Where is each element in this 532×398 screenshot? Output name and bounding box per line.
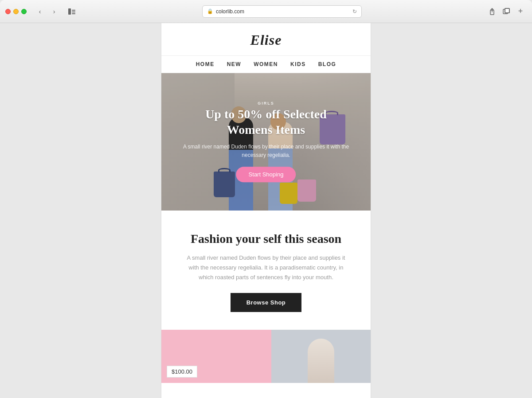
browser-navigation: ‹ › [34,5,60,18]
close-button[interactable] [5,9,11,14]
svg-rect-1 [72,10,75,11]
site-header: Elise HOME NEW WOMEN KIDS BLOG [161,23,371,73]
lock-icon: 🔒 [207,8,213,14]
hero-section: GIRLS Up to 50% off Selected Womens Item… [161,73,371,211]
add-tab-button[interactable]: + [514,5,527,18]
site-logo: Elise [161,32,371,48]
traffic-lights [5,9,27,14]
product-card-grey[interactable] [271,330,371,383]
minimize-button[interactable] [13,9,19,14]
fashion-section-title: Fashion your self this season [179,232,353,246]
url-text: colorlib.com [216,8,244,15]
browse-shop-button[interactable]: Browse Shop [231,293,302,312]
start-shopping-button[interactable]: Start Shoping [236,167,296,183]
webpage-content: Elise HOME NEW WOMEN KIDS BLOG [161,23,371,398]
share-button[interactable] [486,5,498,18]
nav-women[interactable]: WOMEN [254,61,278,67]
fashion-section: Fashion your self this season A small ri… [161,211,371,330]
person-silhouette [308,339,334,383]
fashion-section-description: A small river named Duden flows by their… [182,253,350,282]
hero-title: Up to 50% off Selected Womens Items [182,106,350,137]
svg-rect-0 [68,8,71,15]
nav-home[interactable]: HOME [196,61,215,67]
back-button[interactable]: ‹ [34,5,46,18]
price-badge: $100.00 [167,366,197,378]
svg-rect-2 [72,12,75,12]
hero-description: A small river named Duden flows by their… [182,143,350,160]
svg-rect-3 [72,13,75,14]
nav-blog[interactable]: BLOG [318,61,336,67]
product-cards-section: $100.00 [161,330,371,383]
address-bar[interactable]: 🔒 colorlib.com ↻ [202,5,362,18]
site-navigation: HOME NEW WOMEN KIDS BLOG [161,55,371,73]
reload-icon[interactable]: ↻ [352,8,357,15]
svg-rect-6 [505,8,509,13]
browser-actions: + [486,5,527,18]
nav-new[interactable]: NEW [227,61,242,67]
new-tab-button[interactable] [500,5,512,18]
forward-button[interactable]: › [48,5,60,18]
hero-badge: GIRLS [182,101,350,105]
nav-kids[interactable]: KIDS [290,61,306,67]
product-card-pink[interactable]: $100.00 [161,330,271,383]
maximize-button[interactable] [21,9,27,14]
sidebar-toggle-button[interactable] [66,5,78,18]
hero-content: GIRLS Up to 50% off Selected Womens Item… [182,101,350,182]
